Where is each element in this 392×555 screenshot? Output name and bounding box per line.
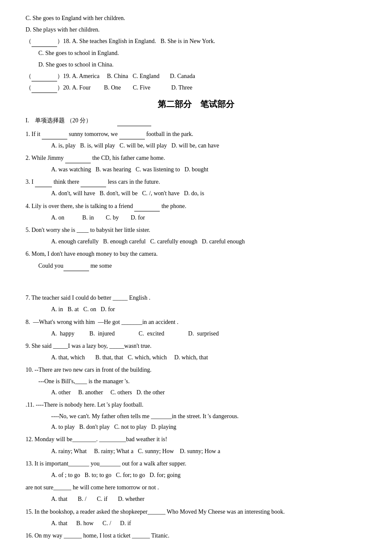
question-10: 10. --There are two new cars in front of… bbox=[26, 364, 366, 375]
q20-bracket bbox=[32, 86, 57, 93]
q3-blank1 bbox=[35, 180, 52, 187]
question-16: 16. On my way ______ home, I lost a tick… bbox=[26, 530, 366, 541]
part1-header: I. 单项选择题 （20 分） bbox=[26, 115, 366, 126]
q9-answers: A. that, which B. that, that C. which, w… bbox=[51, 352, 366, 363]
q18-d: D. She goes to school in China. bbox=[38, 59, 366, 70]
q15-answers: A. that B. how C. / D. if bbox=[51, 518, 366, 529]
q19-bracket bbox=[32, 75, 57, 81]
q11-line2: ----No, we can't. My father often tells … bbox=[51, 411, 366, 422]
question-2: 2. While Jimmy the CD, his father came h… bbox=[26, 153, 366, 163]
q4-blank1 bbox=[134, 205, 160, 211]
q13-answers: A. of ; to go B. to; to go C. for; to go… bbox=[51, 470, 366, 480]
question-9: 9. She said _____I was a lazy boy, _____… bbox=[26, 341, 366, 351]
question-14: are not sure______ he will come here tom… bbox=[26, 482, 366, 493]
exam-content: C. She goes to England with her children… bbox=[26, 13, 366, 541]
q19: （）19. A. America B. China C. England D. … bbox=[26, 71, 366, 81]
q1-blank2 bbox=[119, 133, 145, 139]
q3-blank2 bbox=[81, 180, 106, 187]
question-3: 3. I think there less cars in the future… bbox=[26, 176, 366, 187]
q12-answers: A. rainy; What B. rainy; What a C. sunny… bbox=[51, 446, 366, 457]
q1-answers: A. is, play B. is, will play C. will be,… bbox=[51, 140, 366, 151]
q10-line2: ---One is Bill's,____ is the manager 's. bbox=[38, 376, 366, 387]
question-8: 8. —What's wrong with him —He got ______… bbox=[26, 317, 366, 327]
q2-blank1 bbox=[65, 156, 91, 163]
q14-answers: A. that B. / C. if D. whether bbox=[51, 494, 366, 504]
q2-answers: A. was watching B. was hearing C. was li… bbox=[51, 164, 366, 175]
question-11: .11. ----There is nobody here. Let 's pl… bbox=[26, 399, 366, 410]
section-title: 第二部分 笔试部分 bbox=[26, 96, 366, 112]
question-4: 4. Lily is over there, she is talking to… bbox=[26, 201, 366, 211]
question-15: 15. In the bookshop, a reader asked the … bbox=[26, 506, 366, 517]
question-6: 6. Mom, I don't have enough money to buy… bbox=[26, 249, 366, 259]
q18-bracket bbox=[32, 40, 57, 47]
line-c17: C. She goes to England with her children… bbox=[26, 13, 366, 23]
q3-answers: A. don't, will have B. don't, will be C.… bbox=[51, 188, 366, 199]
q18: （）18. A. She teaches English in England.… bbox=[26, 36, 366, 46]
q20: （）20. A. Four B. One C. Five D. Three bbox=[26, 82, 366, 93]
question-5: 5. Don't worry she is ____ to babysit he… bbox=[26, 225, 366, 235]
q11-answers: A. to play B. don't play C. not to play … bbox=[51, 422, 366, 432]
q10-answers: A. other B. another C. others D. the oth… bbox=[51, 387, 366, 398]
q7-answers: A. in B. at C. on D. for bbox=[51, 304, 366, 315]
q1-blank1 bbox=[42, 133, 67, 139]
q6-line2: Could you me some bbox=[38, 260, 366, 271]
question-1: 1. If it sunny tomorrow, we football in … bbox=[26, 129, 366, 139]
question-7: 7. The teacher said I could do better __… bbox=[26, 292, 366, 303]
q6-blank1 bbox=[63, 264, 89, 271]
q4-answers: A. on B. in C. by D. for bbox=[51, 212, 366, 223]
question-12: 12. Monday will be________. _________bad… bbox=[26, 434, 366, 445]
q18-c: C. She goes to school in England. bbox=[38, 48, 366, 58]
score-blank bbox=[117, 119, 151, 126]
line-d17: D. She plays with her children. bbox=[26, 24, 366, 35]
q8-answers: A. happy B. injured C. excited D. surpri… bbox=[51, 328, 366, 339]
question-13: 13. It is important_______ you_______ ou… bbox=[26, 458, 366, 469]
q5-answers: A. enough carefully B. enough careful C.… bbox=[51, 236, 366, 247]
